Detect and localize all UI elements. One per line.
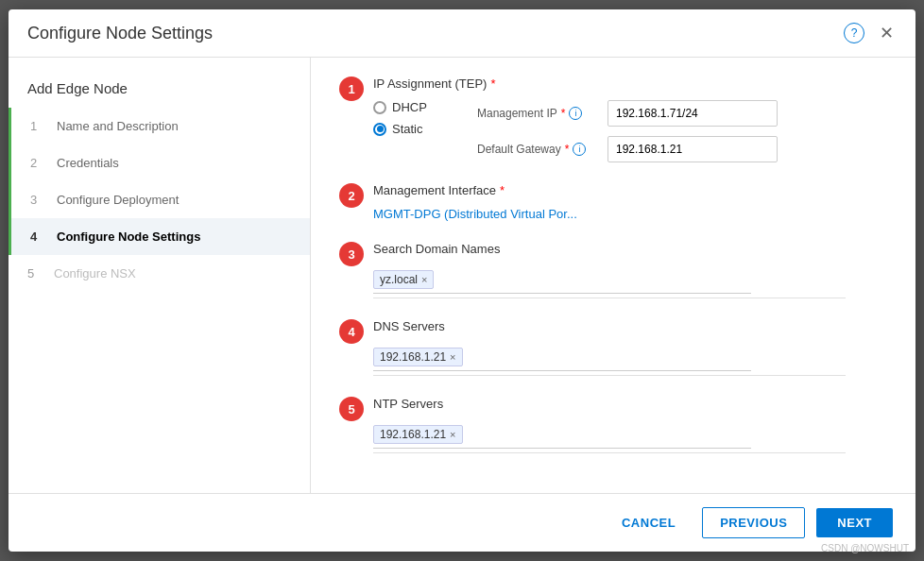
help-icon[interactable]: ? xyxy=(844,23,864,43)
sidebar-item-configure-nsx: 5 Configure NSX xyxy=(9,255,310,292)
ntp-content: NTP Servers 192.168.1.21 × xyxy=(373,397,887,453)
static-radio-btn[interactable] xyxy=(373,123,386,136)
ntp-tag-1: 192.168.1.21 × xyxy=(373,425,463,444)
badge-2: 2 xyxy=(339,183,364,208)
search-domains-input[interactable]: yz.local × xyxy=(373,265,751,294)
dns-title: DNS Servers xyxy=(373,319,887,333)
sidebar-item-configure-node[interactable]: 4 Configure Node Settings xyxy=(9,218,310,255)
dhcp-radio[interactable]: DHCP xyxy=(373,100,449,114)
step-number-1: 1 xyxy=(30,119,45,133)
dialog-footer: CANCEL PREVIOUS NEXT xyxy=(9,493,915,552)
next-button[interactable]: NEXT xyxy=(816,508,893,537)
sidebar-label-3: Configure Deployment xyxy=(57,193,179,207)
static-fields: Management IP* i Default Gateway* i xyxy=(477,100,778,162)
sidebar-label-1: Name and Description xyxy=(57,119,179,133)
section-search-domains: 3 Search Domain Names yz.local × xyxy=(339,242,887,298)
ip-assignment-content: IP Assignment (TEP)* DHCP Static xyxy=(373,76,887,162)
mgmt-ip-input[interactable] xyxy=(607,100,778,127)
sidebar-item-name-description[interactable]: 1 Name and Description xyxy=(9,108,310,144)
sidebar-title: Add Edge Node xyxy=(9,73,310,108)
add-edge-node-dialog: Configure Node Settings ? ✕ Add Edge Nod… xyxy=(9,9,915,552)
badge-1: 1 xyxy=(339,76,364,101)
ip-assignment-title: IP Assignment (TEP)* xyxy=(373,76,887,91)
search-domain-tag-1: yz.local × xyxy=(373,270,434,289)
remove-tag-1[interactable]: × xyxy=(421,274,427,285)
gateway-info-icon[interactable]: i xyxy=(573,143,586,156)
search-domains-content: Search Domain Names yz.local × xyxy=(373,242,887,298)
dns-input[interactable]: 192.168.1.21 × xyxy=(373,343,751,371)
gateway-label: Default Gateway* i xyxy=(477,143,600,156)
dns-tag-1: 192.168.1.21 × xyxy=(373,348,463,366)
dialog-title: Configure Node Settings xyxy=(27,24,844,43)
step-number-5: 5 xyxy=(27,266,43,280)
radio-group: DHCP Static xyxy=(373,100,449,136)
mgmt-interface-content: Management Interface* MGMT-DPG (Distribu… xyxy=(373,183,887,221)
mgmt-interface-link[interactable]: MGMT-DPG (Distributed Virtual Por... xyxy=(373,207,577,221)
mgmt-ip-row: Management IP* i xyxy=(477,100,778,127)
header-actions: ? ✕ xyxy=(844,23,897,43)
static-radio[interactable]: Static xyxy=(373,122,449,136)
badge-5: 5 xyxy=(339,397,364,421)
ip-assignment-block: DHCP Static Management IP* i xyxy=(373,100,887,162)
divider-3 xyxy=(373,298,846,298)
previous-button[interactable]: PREVIOUS xyxy=(702,507,805,538)
gateway-input[interactable] xyxy=(607,136,778,162)
remove-dns-tag-1[interactable]: × xyxy=(450,351,455,363)
dns-content: DNS Servers 192.168.1.21 × xyxy=(373,319,887,376)
section-ntp: 5 NTP Servers 192.168.1.21 × xyxy=(339,397,887,453)
gateway-row: Default Gateway* i xyxy=(477,136,778,162)
dhcp-radio-btn[interactable] xyxy=(373,101,386,114)
step-number-2: 2 xyxy=(30,156,45,170)
section-ip-assignment: 1 IP Assignment (TEP)* DHCP xyxy=(339,76,887,162)
section-dns: 4 DNS Servers 192.168.1.21 × xyxy=(339,319,887,376)
remove-ntp-tag-1[interactable]: × xyxy=(450,429,455,440)
search-domains-title: Search Domain Names xyxy=(373,242,887,256)
badge-3: 3 xyxy=(339,242,364,266)
badge-4: 4 xyxy=(339,319,364,344)
sidebar-label-2: Credentials xyxy=(57,156,119,170)
divider-5 xyxy=(373,452,846,453)
close-icon[interactable]: ✕ xyxy=(876,23,897,43)
mgmt-ip-label: Management IP* i xyxy=(477,107,600,120)
main-content: 1 IP Assignment (TEP)* DHCP xyxy=(311,58,915,493)
sidebar: Add Edge Node 1 Name and Description 2 C… xyxy=(9,58,311,493)
sidebar-label-4: Configure Node Settings xyxy=(57,230,200,244)
mgmt-interface-title: Management Interface* xyxy=(373,183,887,197)
dialog-header: Configure Node Settings ? ✕ xyxy=(9,9,915,58)
ntp-title: NTP Servers xyxy=(373,397,887,411)
watermark: CSDN @NOWSHUT xyxy=(821,543,909,553)
sidebar-item-credentials[interactable]: 2 Credentials xyxy=(9,144,310,181)
dialog-body: Add Edge Node 1 Name and Description 2 C… xyxy=(9,58,915,493)
divider-4 xyxy=(373,375,846,376)
step-number-4: 4 xyxy=(30,230,45,244)
section-mgmt-interface: 2 Management Interface* MGMT-DPG (Distri… xyxy=(339,183,887,221)
sidebar-label-5: Configure NSX xyxy=(54,266,136,280)
ntp-input[interactable]: 192.168.1.21 × xyxy=(373,420,751,449)
cancel-button[interactable]: CANCEL xyxy=(607,508,691,537)
sidebar-item-configure-deployment[interactable]: 3 Configure Deployment xyxy=(9,181,310,218)
step-number-3: 3 xyxy=(30,193,45,207)
mgmt-ip-info-icon[interactable]: i xyxy=(569,107,582,120)
